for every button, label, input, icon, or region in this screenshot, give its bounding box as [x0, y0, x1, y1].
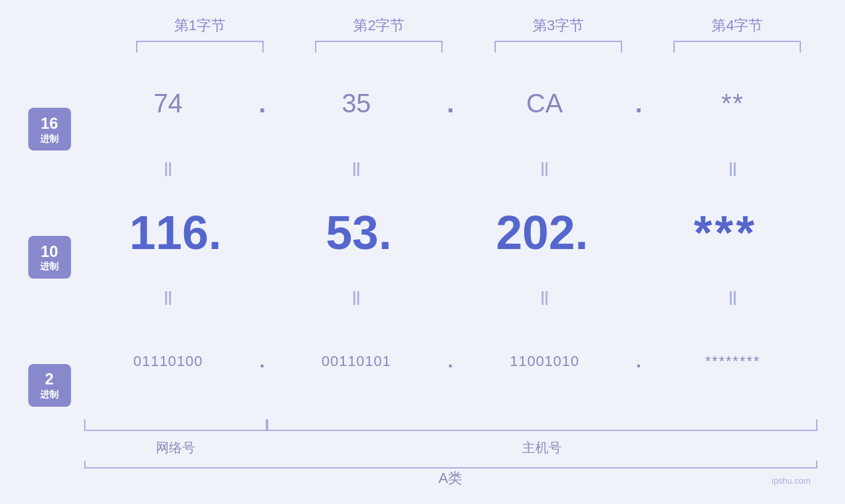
row-labels: 16 进制 10 进制 2 进制: [28, 53, 71, 489]
byte-col-1: 第1字节: [120, 16, 280, 53]
bracket-top-1: [136, 41, 264, 53]
hex-dot-3: .: [629, 89, 648, 118]
hex-val-2: 35: [272, 89, 441, 118]
class-bracket: [84, 461, 817, 469]
bracket-top-2: [315, 41, 443, 53]
eq-1-1: ||: [84, 160, 253, 177]
byte-label-4: 第4字节: [712, 16, 763, 35]
dec-val-3: 202.: [450, 206, 634, 260]
bracket-top-3: [495, 41, 622, 53]
eq-row-1: || || || ||: [84, 155, 817, 181]
hex-badge: 16 进制: [28, 108, 71, 150]
byte-label-3: 第3字节: [533, 16, 584, 35]
eq-2-1: ||: [84, 288, 253, 306]
eq-1-2: ||: [272, 160, 441, 177]
bracket-network: [84, 419, 268, 431]
labels-row: 网络号 主机号: [84, 439, 817, 457]
eq-2-4: ||: [648, 288, 817, 306]
eq-1-3: ||: [460, 160, 629, 177]
hex-val-3: CA: [460, 89, 629, 118]
bin-row: 01110100 . 00110101 . 11001010 . *******…: [84, 310, 817, 413]
bottom-section: 网络号 主机号: [84, 419, 817, 457]
hex-val-4: **: [648, 89, 817, 118]
hex-dot-1: .: [253, 89, 272, 118]
bin-val-3: 11001010: [460, 353, 629, 370]
bracket-host: [267, 419, 817, 431]
bin-val-4: ********: [648, 353, 817, 370]
bin-val-2: 00110101: [272, 353, 441, 370]
dec-badge: 10 进制: [28, 236, 71, 279]
byte-label-2: 第2字节: [353, 16, 404, 35]
bin-badge: 2 进制: [28, 364, 71, 407]
byte-col-4: 第4字节: [658, 16, 817, 53]
class-label: A类: [439, 469, 463, 488]
watermark: ipshu.com: [771, 476, 810, 486]
hex-val-1: 74: [84, 89, 253, 118]
dec-val-1: 116.: [84, 206, 268, 260]
bin-dot-2: .: [441, 351, 460, 372]
header-row: 第1字节 第2字节 第3字节 第4字节: [120, 16, 817, 53]
eq-2-3: ||: [460, 288, 629, 306]
hex-dot-2: .: [441, 89, 460, 118]
host-label: 主机号: [267, 439, 817, 457]
class-row: A类: [84, 469, 817, 488]
brackets-row: [84, 419, 817, 436]
main-content: 16 进制 10 进制 2 进制 74 . 35 . CA .: [28, 53, 817, 489]
dec-val-2: 53.: [267, 206, 450, 260]
grid-area: 74 . 35 . CA . ** || || || || 116.: [84, 53, 817, 489]
bin-dot-1: .: [253, 351, 272, 372]
eq-1-4: ||: [648, 160, 817, 177]
byte-col-2: 第2字节: [299, 16, 459, 53]
net-label: 网络号: [84, 439, 268, 457]
eq-row-2: || || || ||: [84, 284, 817, 310]
bin-dot-3: .: [629, 351, 648, 372]
byte-label-1: 第1字节: [174, 16, 226, 35]
byte-col-3: 第3字节: [479, 16, 639, 53]
eq-2-2: ||: [272, 288, 441, 306]
dec-val-4: ***: [634, 206, 817, 260]
bin-val-1: 01110100: [84, 353, 253, 370]
dec-row: 116. 53. 202. ***: [84, 181, 817, 284]
main-container: 第1字节 第2字节 第3字节 第4字节 16 进制 10 进制: [28, 16, 817, 489]
bracket-top-4: [673, 41, 801, 53]
hex-row: 74 . 35 . CA . **: [84, 53, 817, 155]
